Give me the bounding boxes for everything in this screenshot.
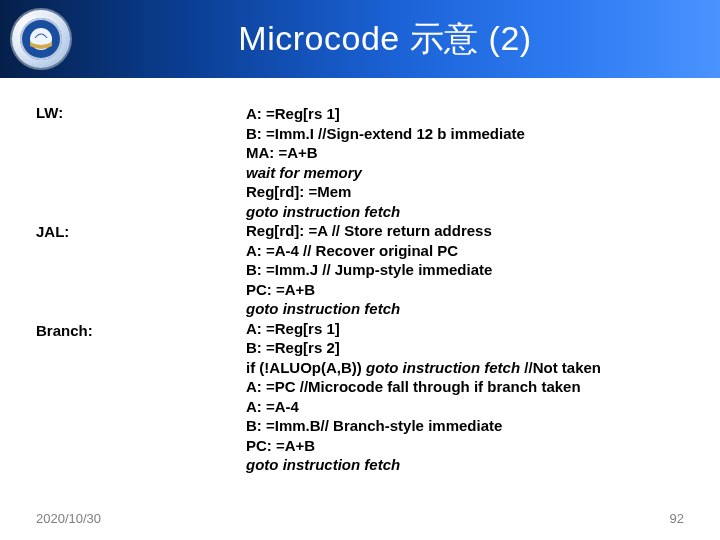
label-branch: Branch:	[36, 322, 246, 339]
lw-line: B: =Imm.I //Sign-extend 12 b immediate	[246, 124, 601, 144]
jal-line: Reg[rd]: =A // Store return address	[246, 221, 601, 241]
jal-line: PC: =A+B	[246, 280, 601, 300]
label-jal: JAL:	[36, 223, 246, 240]
jal-line: B: =Imm.J // Jump-style immediate	[246, 260, 601, 280]
branch-line: A: =PC //Microcode fall through if branc…	[246, 377, 601, 397]
footer-page-number: 92	[670, 511, 684, 526]
microcode-listing: A: =Reg[rs 1] B: =Imm.I //Sign-extend 12…	[246, 104, 601, 475]
lw-line: Reg[rd]: =Mem	[246, 182, 601, 202]
seal-inner	[20, 18, 62, 60]
slide-header: Microcode 示意 (2)	[0, 0, 720, 78]
branch-line: if (!ALUOp(A,B)) goto instruction fetch …	[246, 358, 601, 378]
instruction-labels: LW: JAL: Branch:	[36, 104, 246, 475]
branch-if-comment: //Not taken	[524, 359, 601, 376]
jal-line: goto instruction fetch	[246, 299, 601, 319]
branch-line: B: =Reg[rs 2]	[246, 338, 601, 358]
lw-line: goto instruction fetch	[246, 202, 601, 222]
branch-if-goto: goto instruction fetch	[366, 359, 524, 376]
branch-if-cond: if (!ALUOp(A,B))	[246, 359, 366, 376]
branch-line: B: =Imm.B// Branch-style immediate	[246, 416, 601, 436]
lw-line: wait for memory	[246, 163, 601, 183]
lw-line: A: =Reg[rs 1]	[246, 104, 601, 124]
branch-line: PC: =A+B	[246, 436, 601, 456]
footer-date: 2020/10/30	[36, 511, 101, 526]
slide-title: Microcode 示意 (2)	[70, 16, 720, 62]
branch-line: A: =A-4	[246, 397, 601, 417]
jal-line: A: =A-4 // Recover original PC	[246, 241, 601, 261]
slide-footer: 2020/10/30 92	[0, 511, 720, 526]
branch-line: A: =Reg[rs 1]	[246, 319, 601, 339]
slide-body: LW: JAL: Branch: A: =Reg[rs 1] B: =Imm.I…	[0, 78, 720, 475]
label-lw: LW:	[36, 104, 246, 121]
lw-line: MA: =A+B	[246, 143, 601, 163]
slide: Microcode 示意 (2) LW: JAL: Branch: A: =Re…	[0, 0, 720, 540]
branch-line: goto instruction fetch	[246, 455, 601, 475]
university-seal-icon	[12, 10, 70, 68]
